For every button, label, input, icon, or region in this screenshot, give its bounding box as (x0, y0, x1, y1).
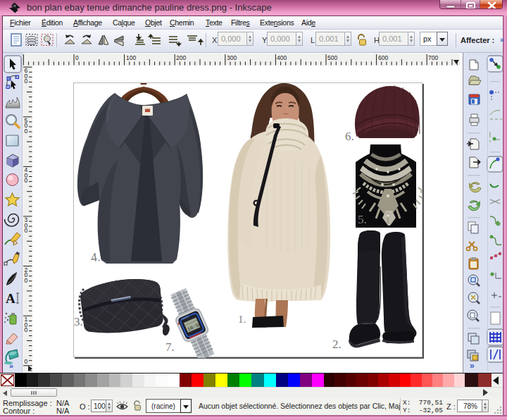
svg-text:1.: 1. (238, 314, 246, 325)
svg-text:0: 0 (75, 54, 79, 61)
svg-text:200: 200 (176, 54, 186, 61)
svg-text:0: 0 (25, 277, 28, 284)
svg-text:300: 300 (227, 54, 237, 61)
svg-text:0: 0 (25, 358, 28, 365)
svg-text:A: A (6, 291, 15, 306)
svg-text:600: 600 (378, 54, 388, 61)
svg-text:5.: 5. (358, 213, 367, 226)
svg-text:2.: 2. (332, 338, 342, 351)
svg-text:4.: 4. (90, 249, 101, 264)
svg-text:500: 500 (327, 54, 337, 61)
svg-text:0: 0 (25, 78, 28, 85)
svg-text:0: 0 (25, 326, 28, 333)
svg-text:0: 0 (25, 128, 28, 135)
svg-text:7.: 7. (165, 340, 175, 354)
svg-text:»: » (470, 361, 475, 371)
svg-text:700: 700 (428, 54, 438, 61)
svg-text:400: 400 (277, 54, 287, 61)
svg-text:3.: 3. (74, 315, 83, 328)
svg-text:6.: 6. (345, 130, 354, 143)
svg-text:0: 0 (25, 227, 28, 234)
svg-text:0: 0 (25, 177, 28, 184)
svg-text:100: 100 (126, 54, 136, 61)
